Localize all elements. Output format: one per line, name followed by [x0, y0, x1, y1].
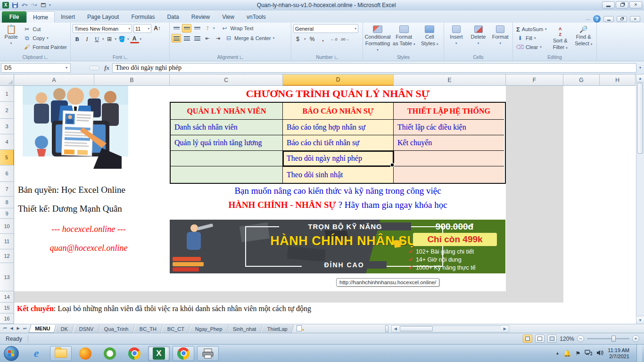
italic-button[interactable]: I	[83, 35, 91, 43]
page-break-view-icon[interactable]	[547, 335, 557, 343]
tab-split-handle[interactable]	[385, 325, 388, 332]
find-select-button[interactable]: 🔎 Find &Select ▾	[573, 24, 595, 53]
workbook-close-button[interactable]: ✕	[630, 16, 640, 22]
col-header-e[interactable]: E	[394, 74, 506, 86]
col-header-c[interactable]: C	[170, 74, 283, 86]
taskbar-ie-icon[interactable]: e	[25, 346, 47, 361]
row-header-7[interactable]: 7	[0, 182, 14, 197]
sort-filter-button[interactable]: AZ Sort &Filter ▾	[549, 24, 571, 53]
row-header-14[interactable]: 14	[0, 291, 14, 303]
insert-worksheet-icon[interactable]: ✦	[295, 325, 305, 332]
fill-color-icon[interactable]: 🪣	[117, 35, 126, 43]
row-header-11[interactable]: 11	[0, 234, 14, 249]
taskbar-chrome2-icon[interactable]	[173, 346, 194, 361]
expand-formula-bar-icon[interactable]: ▾	[636, 63, 644, 73]
horizontal-scroll-thumb[interactable]	[400, 326, 433, 331]
grow-font-icon[interactable]: A↑	[153, 24, 162, 33]
bold-button[interactable]: B	[73, 35, 82, 43]
cell-d5-theo-doi-nghi-phep-selected[interactable]: Theo dõi ngày nghỉ phép	[283, 151, 394, 166]
row-header-8[interactable]: 8	[0, 197, 14, 208]
vertical-scrollbar[interactable]: ▲ ▼	[636, 74, 644, 324]
row-header-2[interactable]: 2	[0, 102, 14, 119]
sheet-tab-dk[interactable]: DK	[55, 325, 74, 333]
show-desktop-button[interactable]	[636, 345, 642, 362]
help-icon[interactable]: ?	[593, 15, 601, 23]
align-left-icon[interactable]	[172, 34, 181, 42]
zoom-slider-thumb[interactable]	[611, 336, 616, 342]
scroll-left-icon[interactable]: ◀	[392, 326, 399, 332]
align-top-icon[interactable]	[172, 24, 181, 33]
wrap-text-button[interactable]: ↩ Wrap Text	[220, 24, 255, 33]
language-flag-icon[interactable]: ⚑	[576, 350, 581, 357]
format-painter-button[interactable]: 🖌Format Painter	[22, 43, 68, 51]
tray-expand-icon[interactable]: ▲	[555, 351, 559, 355]
first-sheet-icon[interactable]: ⏮	[2, 326, 8, 331]
tab-home[interactable]: Home	[26, 11, 55, 23]
unikey-icon[interactable]: 🔔	[563, 350, 571, 357]
row-header-9[interactable]: 9	[0, 208, 14, 219]
underline-button[interactable]: U	[92, 35, 101, 43]
decrease-indent-icon[interactable]: ⇤	[203, 34, 212, 42]
row-header-12[interactable]: 12	[0, 249, 14, 263]
tab-vntools[interactable]: vnTools	[240, 11, 272, 23]
horizontal-scrollbar[interactable]: ◀ ▶	[391, 325, 509, 332]
autosum-button[interactable]: ΣAutoSum▾	[515, 25, 548, 33]
cell-d6-theo-doi-sinh-nhat[interactable]: Theo dõi sinh nhật	[283, 166, 394, 183]
tab-view[interactable]: View	[216, 11, 240, 23]
undo-icon[interactable]: ↶▾	[21, 1, 28, 9]
paste-button[interactable]: 📋 Paste ▾	[2, 24, 20, 53]
row-header-15[interactable]: 15	[0, 303, 14, 313]
alignment-dialog-launcher-icon[interactable]	[240, 56, 243, 59]
col-header-b[interactable]: B	[94, 74, 170, 86]
row-header-1[interactable]: 1	[0, 86, 14, 102]
row-header-3[interactable]: 3	[0, 119, 14, 134]
percent-style-icon[interactable]: %	[308, 35, 317, 43]
cell-c3-danh-sach-nhan-vien[interactable]: Danh sách nhân viên	[171, 120, 283, 135]
zoom-in-icon[interactable]: +	[632, 335, 639, 342]
align-middle-icon[interactable]	[182, 24, 191, 33]
sheet-tab-dsnv[interactable]: DSNV	[73, 325, 99, 333]
clear-button[interactable]: ⌫Clear▾	[515, 43, 548, 51]
sheet-tab-bc-th[interactable]: BC_TH	[133, 325, 163, 333]
row-header-10[interactable]: 10	[0, 219, 14, 234]
next-sheet-icon[interactable]: ▶	[15, 326, 21, 331]
merge-center-button[interactable]: ⊟ Merge & Center▾	[223, 34, 276, 42]
start-button[interactable]	[4, 346, 19, 361]
scroll-right-icon[interactable]: ▶	[501, 326, 509, 332]
minimize-ribbon-icon[interactable]: ︿	[586, 16, 590, 22]
borders-icon[interactable]: ⊞	[105, 35, 114, 43]
format-as-table-button[interactable]: Formatas Table ▾	[392, 24, 416, 53]
cell-d3-bao-cao-tong-hop[interactable]: Báo cáo tổng hợp nhân sự	[283, 120, 394, 135]
orientation-icon[interactable]: ⤴	[203, 24, 212, 33]
accounting-format-icon[interactable]: $	[293, 35, 302, 43]
row-header-16[interactable]: 16	[0, 313, 14, 324]
taskbar-coccoc-icon[interactable]	[99, 346, 121, 361]
cell-e6-empty[interactable]	[394, 166, 504, 183]
col-header-f[interactable]: F	[506, 74, 563, 86]
name-box-dropdown-icon[interactable]: ▾	[66, 66, 67, 70]
comma-style-icon[interactable]: ,	[319, 35, 328, 43]
font-dialog-launcher-icon[interactable]	[124, 56, 127, 59]
sheet-tab-thietlap[interactable]: ThietLap	[262, 325, 294, 333]
restore-button[interactable]	[616, 1, 628, 8]
font-name-combo[interactable]: Times New Roman▾	[73, 24, 132, 33]
name-box[interactable]: D5▾	[1, 63, 71, 73]
increase-decimal-icon[interactable]: ←.0	[330, 35, 339, 43]
taskbar-chrome-icon[interactable]	[124, 346, 145, 361]
save-icon[interactable]	[11, 1, 19, 9]
decrease-decimal-icon[interactable]: .00→	[340, 35, 349, 43]
row-header-4[interactable]: 4	[0, 134, 14, 150]
insert-cells-button[interactable]: Insert▾	[446, 24, 467, 53]
row-header-13[interactable]: 13	[0, 263, 14, 291]
number-dialog-launcher-icon[interactable]	[335, 56, 338, 59]
align-right-icon[interactable]	[192, 34, 202, 42]
cell-e5-empty[interactable]	[394, 151, 504, 166]
last-sheet-icon[interactable]: ⏭	[22, 326, 28, 331]
tab-data[interactable]: Data	[161, 11, 185, 23]
sheet-tab-menu[interactable]: MENU	[29, 325, 57, 333]
taskbar-printer-icon[interactable]	[197, 346, 219, 361]
taskbar-clock[interactable]: 11:19 AM 2/7/2021	[608, 347, 632, 360]
tab-review[interactable]: Review	[185, 11, 216, 23]
sheet-nav-buttons[interactable]: ⏮ ◀ ▶ ⏭	[0, 326, 30, 331]
scroll-down-icon[interactable]: ▼	[636, 316, 644, 324]
